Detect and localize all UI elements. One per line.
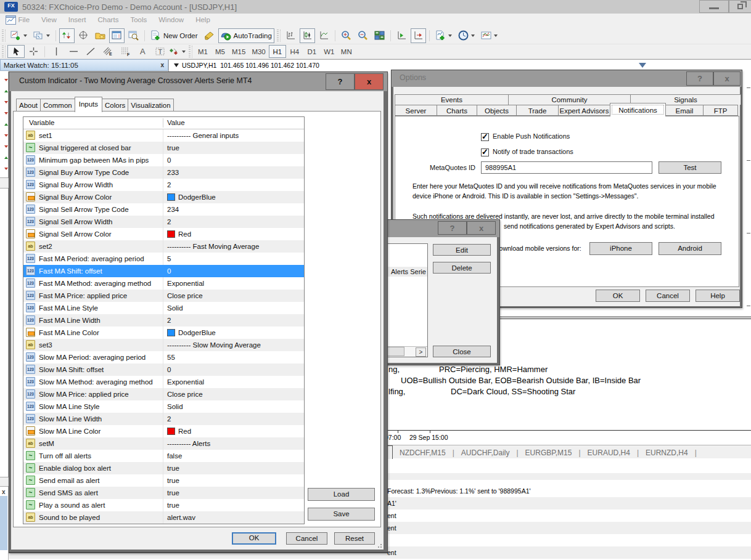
param-value[interactable]: DodgerBlue	[167, 329, 216, 336]
options-tab[interactable]: Notifications	[610, 103, 666, 116]
parameter-row[interactable]: Send SMS as alerttrue	[23, 487, 304, 499]
close-button[interactable]: x	[713, 71, 741, 86]
options-tab[interactable]: Server	[395, 105, 437, 116]
param-value[interactable]: Red	[167, 428, 191, 435]
timeframe-d1-button[interactable]: D1	[303, 45, 321, 58]
dropdown-arrow-icon[interactable]	[46, 34, 50, 37]
options-tab[interactable]: Charts	[437, 105, 477, 116]
param-value[interactable]: true	[167, 144, 179, 152]
save-button[interactable]: Save	[308, 508, 375, 521]
help-button[interactable]: Help	[696, 290, 740, 302]
parameter-row[interactable]: Slow MA Line StyleSolid	[23, 400, 304, 413]
navigator-button[interactable]	[92, 28, 108, 43]
parameter-row[interactable]: Slow MA Method: averaging methodExponent…	[23, 376, 304, 388]
parameter-row[interactable]: Signal Buy Arrow Type Code233	[23, 166, 304, 179]
autotrading-button[interactable]: AutoTrading	[218, 28, 274, 43]
parameter-row[interactable]: set3---------- Slow Moving Average	[23, 339, 304, 351]
options-tab[interactable]: Objects	[477, 105, 517, 116]
param-value[interactable]: Close price	[167, 391, 203, 398]
timeframe-w1-button[interactable]: W1	[321, 45, 338, 58]
terminal-button[interactable]	[109, 28, 125, 43]
help-button[interactable]: ?	[438, 221, 467, 235]
toolbar-grip[interactable]	[276, 30, 281, 42]
strategy-tester-button[interactable]	[126, 28, 141, 43]
templates-button[interactable]	[478, 28, 500, 43]
parameter-row[interactable]: Signal Sell Arrow Type Code234	[23, 203, 304, 216]
notify-trades-checkbox[interactable]	[481, 148, 489, 156]
parameter-row[interactable]: Slow MA Shift: offset0	[23, 363, 304, 376]
market-watch-button[interactable]	[59, 28, 75, 43]
data-window-button[interactable]	[76, 28, 91, 43]
parameter-row[interactable]: Send email as alerttrue	[23, 474, 304, 487]
fibonacci-button[interactable]: F	[117, 45, 134, 58]
param-value[interactable]: Solid	[167, 403, 183, 410]
dropdown-arrow-icon[interactable]	[494, 34, 498, 37]
param-value[interactable]: true	[167, 477, 179, 484]
param-value[interactable]: 2	[167, 181, 171, 189]
toolbar-grip[interactable]	[188, 46, 192, 58]
panel-close-icon[interactable]: x	[2, 489, 6, 495]
parameter-row[interactable]: Slow MA Line ColorRed	[23, 425, 304, 437]
param-value[interactable]: Exponential	[167, 378, 204, 386]
restore-button[interactable]	[729, 0, 751, 13]
param-value[interactable]: true	[167, 489, 179, 497]
cancel-button[interactable]: Cancel	[286, 532, 327, 545]
zoom-out-button[interactable]	[355, 28, 371, 43]
options-titlebar[interactable]: Options ? x	[392, 70, 742, 87]
timeframe-h1-button[interactable]: H1	[269, 45, 286, 58]
chart-tab[interactable]: NZDCHF,M15	[400, 445, 446, 459]
new-chart-button[interactable]	[8, 28, 30, 43]
param-value[interactable]: ---------- Slow Moving Average	[167, 341, 261, 349]
parameter-row[interactable]: Fast MA Shift: offset0	[23, 265, 304, 277]
timeframe-mn-button[interactable]: MN	[338, 45, 355, 58]
auto-scroll-button[interactable]	[394, 28, 409, 43]
parameter-row[interactable]: Fast MA Line Width2	[23, 314, 304, 327]
cursor-button[interactable]	[7, 45, 25, 58]
toolbar-grip[interactable]	[1, 30, 6, 42]
trendline-button[interactable]	[82, 45, 99, 58]
scroll-right-button[interactable]: >	[416, 347, 426, 357]
vertical-line-button[interactable]	[47, 45, 65, 58]
test-button[interactable]: Test	[659, 161, 721, 174]
menu-item[interactable]: Tools	[125, 14, 153, 27]
ok-button[interactable]: OK	[596, 290, 640, 302]
param-value[interactable]: 5	[167, 255, 171, 262]
param-value[interactable]: 0	[167, 156, 171, 164]
param-value[interactable]: 0	[167, 366, 171, 373]
parameter-row[interactable]: Signal Buy Arrow Width2	[23, 179, 304, 191]
edit-button[interactable]: Edit	[433, 244, 491, 256]
minimize-button[interactable]	[699, 0, 729, 13]
enable-push-checkbox[interactable]	[481, 133, 489, 141]
periods-button[interactable]	[456, 28, 477, 43]
toolbar-grip[interactable]	[1, 46, 6, 58]
profiles-button[interactable]	[31, 28, 52, 43]
iphone-button[interactable]: iPhone	[589, 242, 652, 255]
horizontal-line-button[interactable]	[65, 45, 82, 58]
tile-windows-button[interactable]	[372, 28, 387, 43]
param-value[interactable]: Exponential	[167, 280, 204, 287]
timeframe-h4-button[interactable]: H4	[286, 45, 303, 58]
crosshair-button[interactable]	[25, 45, 42, 58]
parameter-row[interactable]: Signal Sell Arrow ColorRed	[23, 228, 304, 240]
ok-button[interactable]: OK	[232, 532, 276, 545]
text-button[interactable]: A	[134, 45, 151, 58]
param-value[interactable]: 2	[167, 317, 171, 324]
menu-item[interactable]: Help	[190, 14, 216, 27]
param-value[interactable]: Close price	[167, 292, 203, 299]
reset-button[interactable]: Reset	[334, 532, 375, 545]
options-tab[interactable]: Expert Advisors	[558, 105, 610, 116]
resize-grip[interactable]	[377, 543, 382, 548]
candlesticks-button[interactable]	[300, 28, 315, 43]
timeframe-m30-button[interactable]: M30	[248, 45, 268, 58]
options-tab[interactable]: Events	[395, 94, 509, 105]
param-value[interactable]: true	[167, 465, 179, 472]
menu-item[interactable]: Window	[153, 14, 190, 27]
market-watch-close-icon[interactable]: x	[160, 62, 164, 68]
dropdown-arrow-icon[interactable]	[448, 34, 452, 37]
param-value[interactable]: false	[167, 452, 182, 460]
bar-chart-button[interactable]	[283, 28, 298, 43]
parameter-row[interactable]: Slow MA Line Width2	[23, 413, 304, 425]
arrows-button[interactable]	[168, 45, 186, 58]
options-tab[interactable]: Email	[665, 105, 704, 116]
parameter-row[interactable]: Signal Buy Arrow ColorDodgerBlue	[23, 191, 304, 203]
